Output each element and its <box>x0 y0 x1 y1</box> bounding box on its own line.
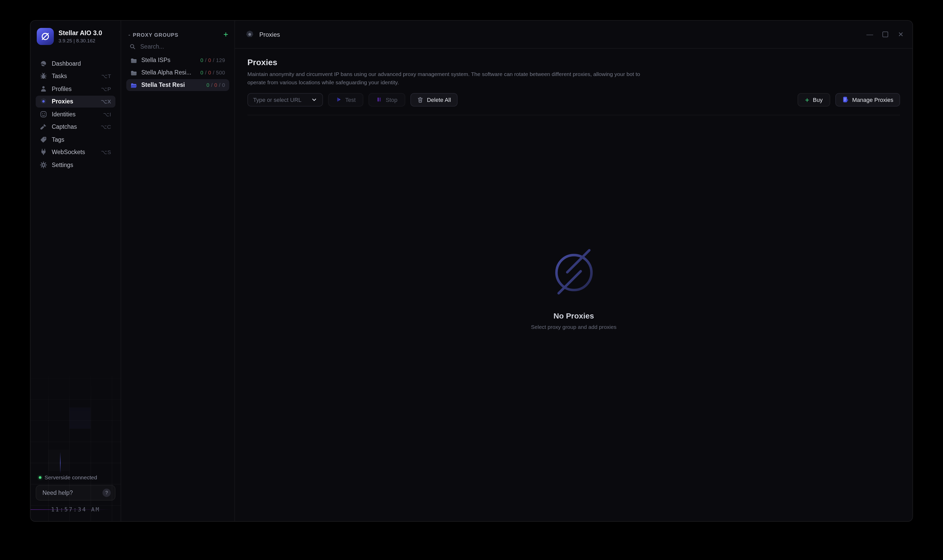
app-title-block: Stellar AIO 3.0 3.9.25 | 8.30.162 <box>59 29 102 43</box>
main-area: Proxies — ✕ Proxies Maintain anonymity a… <box>235 21 912 521</box>
plug-icon <box>40 149 47 156</box>
bug-icon <box>40 73 47 80</box>
brush-icon <box>40 123 47 131</box>
sidebar-item-identities[interactable]: Identities ⌥I <box>36 108 116 120</box>
sidebar-item-shortcut: ⌥T <box>101 73 111 79</box>
pause-icon <box>376 97 382 102</box>
desktop: Stellar AIO 3.0 3.9.25 | 8.30.162 Dashbo… <box>0 0 943 560</box>
sidebar-item-label: Identities <box>52 111 76 117</box>
chevron-down-icon <box>311 97 317 103</box>
page-title: Proxies <box>247 58 900 67</box>
delete-all-button[interactable]: Delete All <box>411 93 458 106</box>
test-button[interactable]: Test <box>328 93 363 106</box>
proxy-group-row[interactable]: Stella Alpha Resi... 0 / 0 / 500 <box>126 67 229 78</box>
collapse-icon[interactable]: - <box>128 32 130 38</box>
gear-icon <box>40 162 47 169</box>
sidebar-item-shortcut: ⌥C <box>101 124 111 130</box>
empty-state-subtitle: Select proxy group and add proxies <box>531 324 616 330</box>
app-version: 3.9.25 | 8.30.162 <box>59 38 102 43</box>
sidebar-item-label: Tasks <box>52 73 67 79</box>
gauge-icon <box>40 60 47 67</box>
plus-icon: + <box>805 96 809 103</box>
sidebar-item-label: Proxies <box>52 98 73 105</box>
sidebar-item-settings[interactable]: Settings <box>36 159 116 171</box>
proxy-group-list: Stella ISPs 0 / 0 / 129 Stella Alpha Res… <box>126 54 229 91</box>
page-description: Maintain anonymity and circumvent IP ban… <box>247 70 651 87</box>
sidebar-item-tasks[interactable]: Tasks ⌥T <box>36 70 116 82</box>
manage-proxies-button[interactable]: Manage Proxies <box>835 93 900 106</box>
proxy-groups-header: - PROXY GROUPS + <box>126 32 229 38</box>
proxy-group-name: Stella Test Resi <box>141 82 185 88</box>
group-search[interactable] <box>130 43 228 50</box>
url-select-placeholder: Type or select URL <box>253 97 301 103</box>
empty-state: No Proxies Select proxy group and add pr… <box>247 115 900 521</box>
help-question-icon[interactable]: ? <box>102 489 111 497</box>
titlebar-title: Proxies <box>259 31 280 38</box>
sidebar-nav: Dashboard Tasks ⌥T Profiles ⌥P Proxies ⌥… <box>31 51 120 171</box>
sidebar-item-shortcut: ⌥I <box>103 111 111 117</box>
delete-all-label: Delete All <box>427 97 451 103</box>
proxy-group-row[interactable]: Stella Test Resi 0 / 0 / 0 <box>126 79 229 91</box>
sidebar-item-label: WebSockets <box>52 149 85 155</box>
trash-icon <box>417 97 423 103</box>
buy-button[interactable]: + Buy <box>798 93 830 106</box>
add-group-button[interactable]: + <box>223 32 228 37</box>
status-dot-icon <box>39 476 42 478</box>
folder-icon <box>130 57 137 64</box>
proxy-group-counts: 0 / 0 / 0 <box>207 82 225 88</box>
proxies-content: Proxies Maintain anonymity and circumven… <box>235 49 912 521</box>
sidebar-item-websockets[interactable]: WebSockets ⌥S <box>36 146 116 158</box>
search-icon <box>130 43 136 50</box>
proxy-group-name: Stella Alpha Resi... <box>141 69 191 76</box>
sidebar-item-proxies[interactable]: Proxies ⌥X <box>36 95 116 108</box>
close-button[interactable]: ✕ <box>897 31 904 38</box>
proxy-groups-title: PROXY GROUPS <box>133 32 178 37</box>
proxy-groups-panel: - PROXY GROUPS + Stella ISPs 0 / 0 / 129… <box>121 21 235 521</box>
need-help-label: Need help? <box>42 490 73 496</box>
stop-label: Stop <box>386 97 397 103</box>
url-select-dropdown[interactable]: Type or select URL <box>247 93 323 106</box>
manage-proxies-label: Manage Proxies <box>852 97 893 103</box>
clock: 11:57:34 AM <box>36 506 116 513</box>
proxy-group-row[interactable]: Stella ISPs 0 / 0 / 129 <box>126 54 229 66</box>
app-name: Stellar AIO 3.0 <box>59 29 102 37</box>
search-input[interactable] <box>139 43 204 50</box>
folder-icon <box>130 69 137 76</box>
sidebar-item-shortcut: ⌥P <box>101 86 111 92</box>
proxies-toolbar: Type or select URL <box>247 93 900 106</box>
sidebar-item-label: Tags <box>52 137 65 143</box>
sidebar-item-profiles[interactable]: Profiles ⌥P <box>36 83 116 95</box>
proxy-blob-icon <box>40 98 47 105</box>
window-controls: — ✕ <box>866 31 904 38</box>
folder-open-icon <box>130 82 137 88</box>
sidebar-item-label: Profiles <box>52 86 72 92</box>
buy-label: Buy <box>813 97 823 103</box>
sidebar-item-label: Captchas <box>52 124 77 130</box>
sidebar-footer: Serverside connected Need help? ? 11:57:… <box>36 474 116 513</box>
need-help-card[interactable]: Need help? ? <box>36 485 116 500</box>
sidebar: Stellar AIO 3.0 3.9.25 | 8.30.162 Dashbo… <box>31 21 121 521</box>
stellar-logo-icon <box>37 28 54 45</box>
proxies-page-icon <box>245 30 254 39</box>
stop-button[interactable]: Stop <box>369 93 405 106</box>
sidebar-item-label: Dashboard <box>52 60 81 67</box>
sidebar-item-captchas[interactable]: Captchas ⌥C <box>36 121 116 133</box>
server-status-label: Serverside connected <box>45 474 97 480</box>
sidebar-item-shortcut: ⌥S <box>101 149 111 155</box>
proxy-group-counts: 0 / 0 / 129 <box>200 57 225 63</box>
play-icon <box>336 97 342 102</box>
server-status: Serverside connected <box>39 474 116 480</box>
sidebar-item-shortcut: ⌥X <box>101 98 111 105</box>
proxy-group-counts: 0 / 0 / 500 <box>200 70 225 75</box>
face-id-icon <box>40 111 47 118</box>
person-icon <box>40 85 47 92</box>
maximize-button[interactable] <box>882 31 889 38</box>
proxy-list-icon <box>842 96 849 103</box>
sidebar-item-dashboard[interactable]: Dashboard <box>36 57 116 69</box>
app-window: Stellar AIO 3.0 3.9.25 | 8.30.162 Dashbo… <box>30 20 913 522</box>
minimize-button[interactable]: — <box>866 31 873 38</box>
sidebar-item-tags[interactable]: Tags <box>36 134 116 146</box>
sidebar-item-label: Settings <box>52 162 73 168</box>
empty-state-title: No Proxies <box>554 312 594 320</box>
tag-icon <box>40 136 47 143</box>
